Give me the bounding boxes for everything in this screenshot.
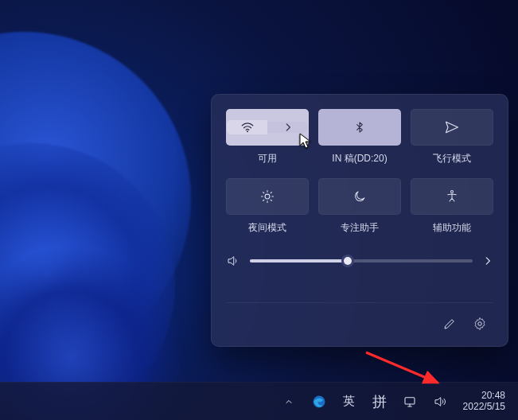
accessibility-label: 辅助功能 xyxy=(433,221,471,235)
wifi-icon xyxy=(240,120,255,134)
ime-language[interactable]: 英 xyxy=(337,386,361,418)
volume-slider-thumb[interactable] xyxy=(341,255,354,267)
nightlight-icon xyxy=(259,189,275,204)
volume-icon[interactable] xyxy=(226,254,240,268)
volume-slider[interactable] xyxy=(250,259,473,262)
clock-tray[interactable]: 20:48 2022/5/15 xyxy=(458,386,510,418)
nightlight-tile[interactable] xyxy=(226,178,309,215)
ime-mode-text: 拼 xyxy=(372,392,387,411)
taskbar: 英 拼 20:48 2022/5/15 xyxy=(0,382,518,420)
svg-point-2 xyxy=(451,191,454,193)
ime-language-text: 英 xyxy=(343,394,355,409)
chevron-right-icon xyxy=(282,122,294,133)
airplane-tile[interactable] xyxy=(411,109,493,146)
wifi-toggle[interactable] xyxy=(227,120,267,134)
svg-line-4 xyxy=(366,352,438,383)
airplane-icon xyxy=(444,119,460,135)
airplane-label: 飞行模式 xyxy=(433,152,471,165)
volume-tray[interactable] xyxy=(428,386,452,418)
nightlight-label: 夜间模式 xyxy=(248,221,286,235)
pencil-icon xyxy=(442,317,457,331)
clock-time: 20:48 xyxy=(481,391,505,401)
bluetooth-icon xyxy=(353,119,366,135)
clock-date: 2022/5/15 xyxy=(463,402,505,412)
panel-bottom-actions xyxy=(226,302,493,336)
focus-tile[interactable] xyxy=(318,178,401,215)
browser-icon xyxy=(311,394,327,410)
volume-slider-fill xyxy=(250,259,348,262)
bluetooth-label: IN 稿(DD:20) xyxy=(332,152,387,165)
quick-settings-panel: 可用 IN 稿(DD:20) 飞行模式 夜间模式 xyxy=(211,94,508,347)
edit-button[interactable] xyxy=(436,311,463,336)
edge-icon[interactable] xyxy=(307,386,331,418)
network-tray[interactable] xyxy=(398,386,422,418)
tray-overflow[interactable] xyxy=(277,386,301,418)
wifi-expand[interactable] xyxy=(267,122,308,133)
chevron-up-icon xyxy=(284,397,294,406)
wifi-label: 可用 xyxy=(258,152,277,165)
svg-rect-6 xyxy=(405,397,415,403)
cursor-pointer xyxy=(299,133,314,150)
gear-icon xyxy=(473,317,487,331)
svg-point-1 xyxy=(265,194,270,199)
focus-label: 专注助手 xyxy=(341,221,379,235)
accessibility-icon xyxy=(445,189,459,204)
svg-point-3 xyxy=(478,322,482,326)
settings-button[interactable] xyxy=(466,311,493,336)
volume-icon xyxy=(433,395,447,409)
svg-point-0 xyxy=(247,130,248,132)
bluetooth-tile[interactable] xyxy=(318,109,401,146)
moon-icon xyxy=(352,189,367,204)
volume-expand[interactable] xyxy=(482,255,493,266)
wifi-tile[interactable] xyxy=(226,109,309,146)
ime-mode[interactable]: 拼 xyxy=(368,386,391,418)
network-icon xyxy=(403,395,417,409)
chevron-right-icon xyxy=(482,255,493,266)
accessibility-tile[interactable] xyxy=(411,178,493,215)
volume-row xyxy=(226,254,493,268)
